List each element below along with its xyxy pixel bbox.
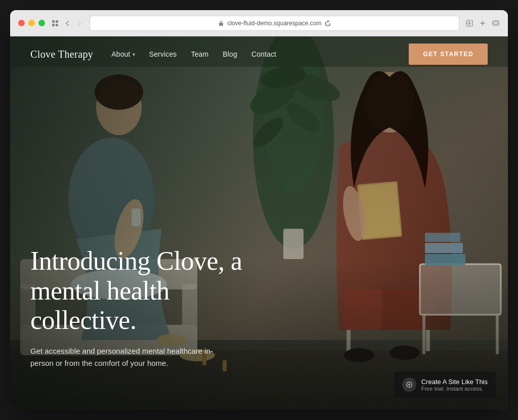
window-icon: [51, 19, 59, 27]
close-button[interactable]: [18, 20, 25, 26]
traffic-lights: [18, 20, 45, 26]
tabs-icon[interactable]: [492, 19, 500, 27]
svg-rect-3: [56, 24, 58, 26]
nav-brand[interactable]: Clove Therapy: [30, 49, 93, 60]
minimize-button[interactable]: [28, 20, 35, 26]
browser-controls: [51, 19, 83, 27]
squarespace-badge[interactable]: Create A Site Like This Free trial. Inst…: [394, 371, 496, 398]
nav-team[interactable]: Team: [191, 50, 209, 58]
forward-button[interactable]: [75, 19, 83, 27]
lock-icon: [218, 20, 224, 26]
hero-heading: Introducing Clove, a mental health colle…: [30, 246, 273, 335]
svg-rect-4: [219, 23, 223, 26]
svg-rect-7: [494, 22, 498, 24]
nav-contact[interactable]: Contact: [251, 50, 276, 58]
svg-rect-0: [52, 20, 55, 23]
nav-links: About ▾ Services Team Blog Contact: [111, 50, 276, 58]
new-tab-icon[interactable]: [479, 19, 487, 27]
badge-text: Create A Site Like This Free trial. Inst…: [421, 378, 488, 392]
svg-rect-2: [52, 24, 55, 26]
browser-window: clove-fluid-demo.squarespace.com: [10, 10, 508, 410]
back-button[interactable]: [63, 19, 71, 27]
nav-about[interactable]: About ▾: [111, 50, 135, 58]
nav-blog[interactable]: Blog: [223, 50, 237, 58]
address-bar[interactable]: clove-fluid-demo.squarespace.com: [90, 16, 459, 31]
browser-actions: [465, 19, 500, 27]
browser-chrome: clove-fluid-demo.squarespace.com: [10, 10, 508, 36]
svg-rect-1: [56, 20, 58, 23]
maximize-button[interactable]: [38, 20, 45, 26]
url-text: clove-fluid-demo.squarespace.com: [227, 20, 321, 27]
website-content: Clove Therapy About ▾ Services Team Blog…: [10, 36, 508, 410]
reload-icon[interactable]: [325, 20, 331, 26]
get-started-button[interactable]: GET STARTED: [409, 44, 488, 65]
badge-title: Create A Site Like This: [421, 378, 488, 386]
hero-subtext: Get accessible and personalized mental h…: [30, 345, 223, 369]
navbar: Clove Therapy About ▾ Services Team Blog…: [10, 36, 508, 72]
hero-content: Introducing Clove, a mental health colle…: [30, 246, 273, 369]
share-icon[interactable]: [465, 19, 473, 27]
badge-subtitle: Free trial. Instant access.: [421, 386, 488, 392]
squarespace-logo: [402, 377, 416, 392]
nav-services[interactable]: Services: [149, 50, 177, 58]
